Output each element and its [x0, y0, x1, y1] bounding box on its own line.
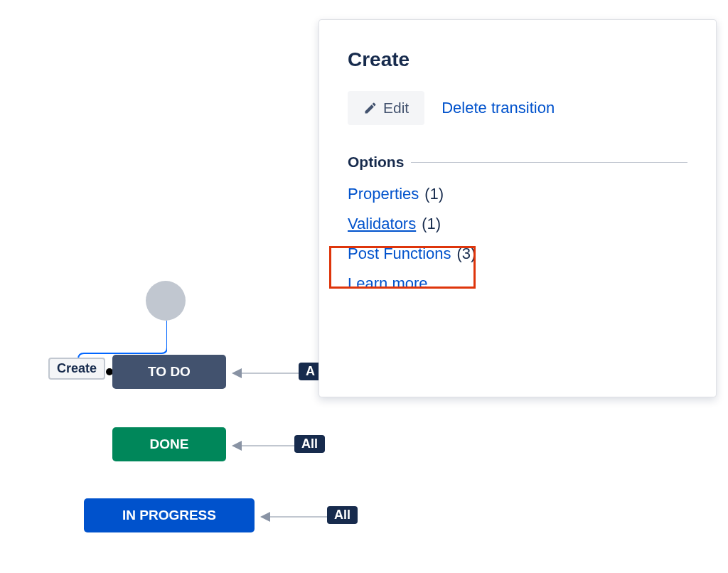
status-done[interactable]: DONE: [112, 427, 226, 461]
properties-count: (1): [424, 185, 444, 203]
post-functions-row: Post Functions (3): [348, 245, 687, 263]
edit-button[interactable]: Edit: [348, 91, 424, 125]
panel-title: Create: [348, 48, 687, 71]
arrow-head-icon: [232, 368, 242, 378]
divider: [411, 162, 687, 163]
arrow-line: [242, 445, 294, 446]
validators-row: Validators (1): [348, 215, 687, 233]
learn-more-link[interactable]: Learn more: [348, 274, 428, 293]
post-functions-count: (3): [457, 245, 476, 263]
arrow-head-icon: [232, 441, 242, 451]
transition-detail-panel: Create Edit Delete transition Options Pr…: [318, 19, 717, 397]
options-header: Options: [348, 154, 687, 171]
create-transition-label[interactable]: Create: [48, 358, 105, 380]
properties-row: Properties (1): [348, 185, 687, 203]
initial-state-circle[interactable]: [146, 281, 186, 321]
edit-button-label: Edit: [383, 100, 409, 117]
delete-transition-link[interactable]: Delete transition: [441, 99, 555, 117]
arrow-head-icon: [260, 512, 270, 522]
learn-more-row: Learn more: [348, 274, 687, 293]
all-transitions-badge[interactable]: All: [327, 506, 358, 524]
status-in-progress[interactable]: IN PROGRESS: [84, 498, 255, 532]
arrow-line: [242, 373, 299, 374]
action-row: Edit Delete transition: [348, 91, 687, 125]
post-functions-link[interactable]: Post Functions: [348, 245, 451, 263]
status-todo[interactable]: TO DO: [112, 355, 226, 389]
all-transitions-badge[interactable]: All: [294, 435, 325, 453]
validators-link[interactable]: Validators: [348, 215, 416, 233]
pencil-icon: [363, 101, 378, 115]
validators-count: (1): [422, 215, 441, 233]
properties-link[interactable]: Properties: [348, 185, 419, 203]
options-title: Options: [348, 154, 404, 171]
arrow-line: [270, 516, 327, 518]
